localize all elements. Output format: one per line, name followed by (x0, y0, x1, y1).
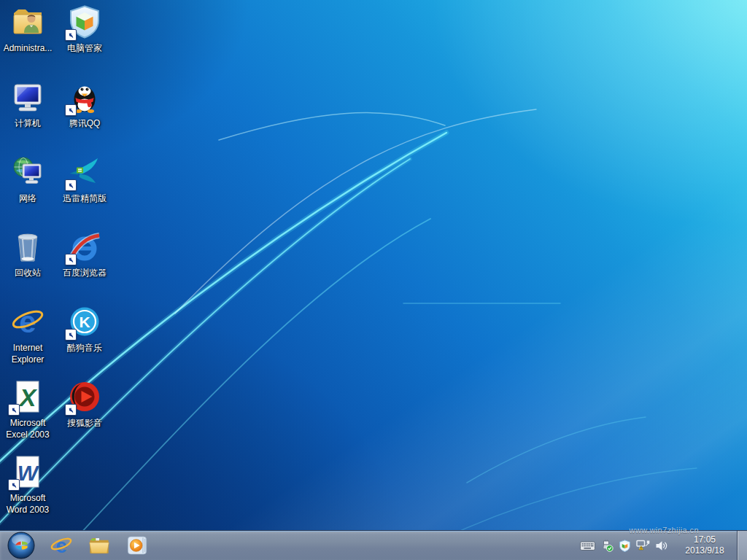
desktop-icon-baidu-browser[interactable]: 百度浏览器 (57, 229, 112, 279)
desktop-icon-label: 酷狗音乐 (67, 342, 102, 354)
baidu-browser-icon (67, 229, 102, 264)
recycle-bin-icon (10, 229, 45, 264)
desktop-icon-label: 计算机 (15, 117, 41, 129)
tray-keyboard-icon[interactable] (580, 540, 595, 551)
tray-network-warning-icon[interactable] (636, 540, 650, 551)
svg-text:X: X (18, 384, 38, 411)
tray-pc-manager-icon[interactable] (619, 540, 631, 552)
desktop-icon-label: Microsoft Word 2003 (0, 492, 55, 516)
desktop-icon-pc-manager[interactable]: 电脑管家 (57, 4, 112, 54)
sohu-video-icon (67, 379, 102, 414)
network-globe-icon (10, 155, 45, 190)
shortcut-arrow-icon (65, 104, 77, 116)
desktop-icon-recycle-bin[interactable]: 回收站 (0, 229, 55, 279)
shortcut-arrow-icon (65, 404, 77, 416)
excel-2003-icon: X (10, 379, 45, 414)
shortcut-arrow-icon (65, 179, 77, 191)
internet-explorer-icon: e (50, 534, 73, 557)
desktop-icon-label: 网络 (19, 192, 36, 204)
system-tray (580, 540, 668, 552)
desktop-icon-label: Microsoft Excel 2003 (0, 417, 55, 440)
taskbar: e (0, 530, 747, 560)
user-folder-icon (10, 4, 45, 39)
taskbar-media-player-button[interactable] (118, 531, 156, 560)
desktop: Administra... 计算机 (0, 0, 747, 560)
thunder-hummingbird-icon (67, 155, 102, 190)
desktop-icon-computer[interactable]: 计算机 (0, 79, 55, 129)
media-player-icon (125, 534, 149, 557)
desktop-icon-kugou[interactable]: K 酷狗音乐 (57, 304, 112, 354)
desktop-icon-word-2003[interactable]: W Microsoft Word 2003 (0, 454, 55, 516)
desktop-icon-internet-explorer[interactable]: e Internet Explorer (0, 304, 55, 365)
desktop-icon-label: 电脑管家 (67, 42, 102, 54)
clock-date: 2013/9/18 (685, 545, 724, 556)
desktop-icon-excel-2003[interactable]: X Microsoft Excel 2003 (0, 379, 55, 440)
desktop-icon-thunder[interactable]: 迅雷精简版 (57, 155, 112, 204)
taskbar-internet-explorer-button[interactable]: e (42, 531, 80, 560)
desktop-icon-qq[interactable]: 腾讯QQ (57, 79, 112, 129)
tray-usb-icon[interactable] (600, 540, 614, 552)
kugou-music-icon: K (67, 304, 102, 339)
show-desktop-button[interactable] (737, 531, 747, 560)
tray-volume-icon[interactable] (655, 540, 668, 551)
qq-penguin-icon (67, 79, 102, 114)
desktop-icon-label: 回收站 (15, 267, 41, 279)
clock-time: 17:05 (694, 534, 716, 545)
desktop-icon-network[interactable]: 网络 (0, 155, 55, 204)
desktop-icon-label: 迅雷精简版 (63, 192, 107, 204)
shortcut-arrow-icon (65, 254, 77, 265)
desktop-icon-label: Internet Explorer (0, 342, 55, 365)
desktop-icon-label: 百度浏览器 (63, 267, 107, 279)
taskbar-windows-explorer-button[interactable] (80, 531, 118, 560)
wallpaper-light-beam (146, 0, 747, 560)
start-button[interactable] (0, 531, 42, 560)
shortcut-arrow-icon (65, 29, 77, 41)
wallpaper-light-beam (146, 139, 747, 560)
svg-text:W: W (18, 461, 40, 485)
folder-icon (88, 534, 111, 557)
shortcut-arrow-icon (65, 329, 77, 341)
desktop-icon-administrator[interactable]: Administra... (0, 4, 55, 54)
word-2003-icon: W (10, 454, 45, 489)
desktop-icon-label: 搜狐影音 (67, 417, 102, 429)
internet-explorer-icon: e (10, 304, 45, 339)
svg-text:K: K (79, 314, 90, 330)
desktop-icon-sohu-video[interactable]: 搜狐影音 (57, 379, 112, 429)
computer-monitor-icon (10, 79, 45, 114)
pc-manager-shield-icon (67, 4, 102, 39)
desktop-icon-label: 腾讯QQ (69, 117, 101, 129)
wallpaper-watermark: www.win7zhijia.cn (630, 526, 699, 534)
windows-logo-icon (7, 532, 35, 559)
shortcut-arrow-icon (8, 479, 20, 491)
shortcut-arrow-icon (8, 404, 20, 416)
desktop-icon-label: Administra... (4, 42, 53, 54)
taskbar-clock[interactable]: 17:05 2013/9/18 (676, 534, 734, 556)
